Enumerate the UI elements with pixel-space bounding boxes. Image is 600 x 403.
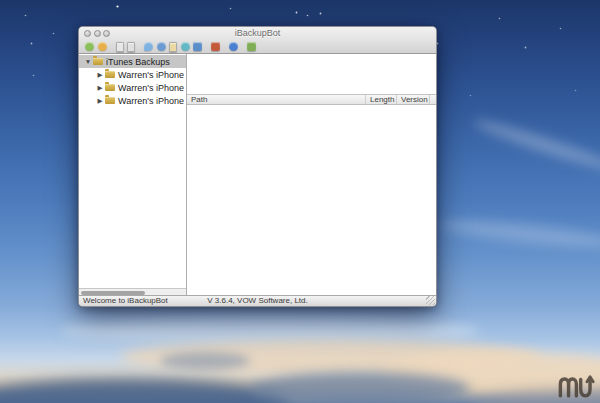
detail-area [187, 54, 436, 94]
tree-item-label: Warren's iPhone (Tue Sep 2 [118, 83, 186, 93]
app-window-ibackupbot: iBackupBot [78, 26, 437, 307]
open-file-icon[interactable] [127, 42, 135, 52]
history-icon[interactable] [181, 42, 190, 51]
toolbar [79, 40, 436, 53]
horizontal-scrollbar[interactable] [79, 288, 186, 295]
tree-item-backup-2[interactable]: ▶ Warren's iPhone (Tue Sep 2 [79, 81, 186, 94]
column-header-version[interactable]: Version [397, 95, 430, 104]
traffic-lights [84, 30, 110, 37]
tree-item-label: iTunes Backups [106, 57, 170, 67]
folder-icon [105, 97, 115, 104]
display-icon[interactable] [193, 42, 202, 51]
export-icon[interactable] [211, 42, 220, 51]
file-list-header: Path Length Version [187, 94, 436, 105]
tree-item-backup-3[interactable]: ▶ Warren's iPhone (Wed Nov [79, 94, 186, 107]
window-chrome[interactable]: iBackupBot [79, 27, 436, 54]
close-button[interactable] [84, 30, 91, 37]
comment-icon[interactable] [144, 42, 153, 51]
notes-icon[interactable] [169, 42, 177, 52]
folder-icon [105, 84, 115, 91]
column-header-path[interactable]: Path [187, 95, 366, 104]
folder-icon [105, 71, 115, 78]
window-title: iBackupBot [79, 27, 436, 40]
cloud [250, 372, 470, 403]
tree-item-label: Warren's iPhone (Wed Nov [118, 96, 186, 106]
tree-item-backup-1[interactable]: ▶ Warren's iPhone (Wed Sep 2 [79, 68, 186, 81]
minimize-button[interactable] [94, 30, 101, 37]
cloud [160, 352, 250, 370]
help-icon[interactable] [229, 42, 238, 51]
new-file-icon[interactable] [116, 42, 124, 52]
main-pane: Path Length Version [187, 54, 436, 295]
zoom-button[interactable] [103, 30, 110, 37]
column-header-length[interactable]: Length [366, 95, 397, 104]
resize-grip[interactable] [426, 296, 435, 305]
disclosure-triangle-icon[interactable]: ▶ [96, 68, 104, 81]
scrollbar-thumb[interactable] [81, 291, 145, 295]
window-content: ▼ iTunes Backups ▶ Warren's iPhone (Wed … [79, 54, 436, 295]
stars [0, 0, 1, 1]
desktop: iBackupBot [0, 0, 600, 403]
titlebar[interactable]: iBackupBot [79, 27, 436, 40]
tree-item-label: Warren's iPhone (Wed Sep 2 [118, 70, 186, 80]
folder-icon [93, 58, 103, 65]
cloud [0, 378, 290, 403]
macupdate-logo [557, 374, 595, 399]
file-list[interactable] [187, 105, 436, 295]
cloud [440, 216, 600, 253]
disclosure-triangle-icon[interactable]: ▶ [96, 94, 104, 107]
disclosure-triangle-icon[interactable]: ▶ [96, 81, 104, 94]
contacts-icon[interactable] [157, 42, 166, 51]
refresh-icon[interactable] [98, 42, 107, 51]
backup-tree-panel: ▼ iTunes Backups ▶ Warren's iPhone (Wed … [79, 54, 187, 295]
backup-tree: ▼ iTunes Backups ▶ Warren's iPhone (Wed … [79, 54, 186, 107]
disclosure-triangle-icon[interactable]: ▼ [84, 55, 92, 68]
cloud [472, 115, 600, 175]
quit-icon[interactable] [247, 42, 256, 51]
tree-item-itunes-backups[interactable]: ▼ iTunes Backups [79, 55, 186, 68]
version-text: V 3.6.4, VOW Software, Ltd. [79, 296, 436, 306]
status-bar: Welcome to iBackupBot V 3.6.4, VOW Softw… [79, 295, 436, 306]
connect-icon[interactable] [85, 42, 94, 51]
column-header-endcap [430, 95, 436, 104]
